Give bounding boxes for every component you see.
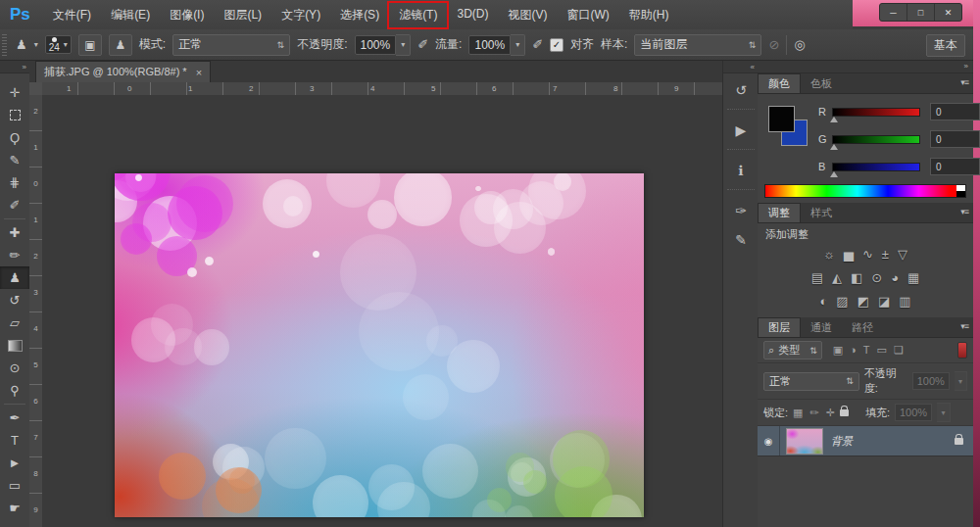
tab-channels[interactable]: 通道 bbox=[801, 318, 842, 337]
brush-preset-picker[interactable]: 24 ▾ bbox=[45, 35, 72, 54]
slider-thumb[interactable] bbox=[830, 144, 838, 150]
flow-input[interactable]: 100% bbox=[468, 35, 511, 55]
red-slider[interactable] bbox=[832, 108, 920, 117]
vertical-ruler[interactable]: 210123456789 bbox=[29, 95, 43, 527]
lock-position-icon[interactable]: ✛ bbox=[826, 407, 835, 419]
lock-transparency-icon[interactable]: ▦ bbox=[793, 407, 803, 419]
brightness-contrast-icon[interactable]: ☼ bbox=[823, 247, 835, 262]
channel-mixer-icon[interactable]: ◕ bbox=[891, 270, 899, 285]
path-selection-tool[interactable]: ► bbox=[0, 452, 29, 474]
close-button[interactable]: ✕ bbox=[935, 4, 961, 21]
filter-shape-layers-icon[interactable]: ▭ bbox=[877, 344, 887, 357]
hue-saturation-icon[interactable]: ▤ bbox=[811, 270, 823, 285]
layer-filter-toggle[interactable] bbox=[957, 342, 967, 359]
menu-edit[interactable]: 编辑(E) bbox=[101, 3, 160, 27]
black-swatch[interactable] bbox=[956, 191, 965, 197]
posterize-icon[interactable]: ▨ bbox=[836, 294, 848, 309]
maximize-button[interactable]: □ bbox=[907, 4, 935, 21]
toolbar-collapse-button[interactable]: » bbox=[0, 61, 29, 73]
history-panel-icon[interactable]: ↺ bbox=[726, 77, 756, 103]
menu-type[interactable]: 文字(Y) bbox=[271, 3, 330, 27]
eyedropper-tool[interactable]: ✐ bbox=[0, 194, 29, 216]
tab-swatches[interactable]: 色板 bbox=[801, 74, 842, 93]
info-panel-icon[interactable]: ℹ bbox=[726, 158, 756, 183]
menu-window[interactable]: 窗口(W) bbox=[557, 3, 618, 27]
lock-pixels-icon[interactable]: ✏ bbox=[809, 407, 818, 419]
blur-tool[interactable]: ⊙ bbox=[0, 357, 29, 379]
blue-slider[interactable] bbox=[832, 163, 920, 171]
options-grip[interactable] bbox=[2, 34, 7, 56]
dodge-tool[interactable]: ⚲ bbox=[0, 379, 29, 402]
layer-visibility-toggle[interactable]: ◉ bbox=[758, 426, 780, 455]
layer-fill-input[interactable]: 100% bbox=[895, 404, 932, 421]
align-checkbox[interactable]: ✓ bbox=[550, 38, 564, 52]
toggle-clone-source-panel-button[interactable]: ♟ bbox=[109, 34, 132, 56]
layer-filter-type-select[interactable]: ⌕ 类型 ⇅ bbox=[763, 341, 822, 359]
exposure-icon[interactable]: ± bbox=[882, 247, 889, 262]
layer-opacity-input[interactable]: 100% bbox=[912, 372, 950, 390]
hand-tool[interactable]: ☛ bbox=[0, 497, 29, 519]
brushes-panel-icon[interactable]: ✎ bbox=[726, 227, 756, 253]
filter-smart-objects-icon[interactable]: ❏ bbox=[894, 344, 904, 357]
panel-menu-icon[interactable]: ▾≡ bbox=[960, 321, 968, 331]
menu-select[interactable]: 选择(S) bbox=[330, 3, 389, 27]
quick-selection-tool[interactable]: ✎ bbox=[0, 149, 29, 171]
rectangle-tool[interactable]: ▭ bbox=[0, 474, 29, 497]
menu-image[interactable]: 图像(I) bbox=[160, 3, 214, 27]
ignore-adjustment-layers-icon[interactable]: ⊘ bbox=[768, 37, 779, 52]
move-tool[interactable]: ✛ bbox=[0, 81, 29, 104]
color-balance-icon[interactable]: ◭ bbox=[832, 270, 842, 285]
marquee-tool[interactable] bbox=[0, 104, 29, 126]
document-tab[interactable]: 捕获.JPG @ 100%(RGB/8#) * × bbox=[35, 61, 211, 82]
layers-empty-area[interactable] bbox=[758, 456, 973, 527]
color-lookup-icon[interactable]: ▦ bbox=[907, 270, 919, 285]
invert-icon[interactable]: ◐ bbox=[819, 294, 827, 309]
tab-close-icon[interactable]: × bbox=[196, 67, 202, 78]
filter-pixel-layers-icon[interactable]: ▣ bbox=[833, 344, 843, 357]
color-spectrum-ramp[interactable] bbox=[764, 184, 966, 198]
brush-presets-panel-icon[interactable]: ✑ bbox=[726, 198, 756, 223]
canvas-workspace[interactable] bbox=[42, 95, 722, 527]
menu-filter[interactable]: 滤镜(T) bbox=[389, 3, 447, 27]
opacity-input[interactable]: 100% bbox=[355, 35, 397, 55]
menu-view[interactable]: 视图(V) bbox=[498, 3, 557, 27]
eraser-tool[interactable]: ▱ bbox=[0, 311, 29, 334]
minimize-button[interactable]: ─ bbox=[880, 4, 907, 21]
panel-menu-icon[interactable]: ▾≡ bbox=[960, 77, 968, 87]
layer-thumbnail[interactable] bbox=[786, 428, 823, 455]
vibrance-icon[interactable]: ▽ bbox=[898, 247, 907, 262]
panel-menu-icon[interactable]: ▾≡ bbox=[960, 207, 968, 216]
slider-thumb[interactable] bbox=[830, 117, 838, 122]
selective-color-icon[interactable]: ▥ bbox=[899, 294, 910, 309]
tab-styles[interactable]: 样式 bbox=[801, 204, 842, 222]
brush-tool[interactable]: ✏ bbox=[0, 244, 29, 266]
gradient-tool[interactable] bbox=[0, 334, 29, 357]
pen-tool[interactable]: ✒ bbox=[0, 407, 29, 429]
tool-preset-caret-icon[interactable]: ▾ bbox=[34, 40, 38, 49]
tablet-opacity-icon[interactable]: ✐ bbox=[417, 37, 428, 52]
layer-blend-mode-select[interactable]: 正常 ⇅ bbox=[763, 372, 859, 391]
lock-all-icon[interactable] bbox=[840, 409, 849, 416]
blue-value-input[interactable]: 0 bbox=[930, 158, 980, 175]
menu-help[interactable]: 帮助(H) bbox=[619, 3, 679, 27]
tab-color[interactable]: 颜色 bbox=[758, 73, 801, 93]
blend-mode-select[interactable]: 正常 ⇅ bbox=[172, 34, 290, 56]
tablet-pressure-size-icon[interactable]: ◎ bbox=[794, 37, 805, 52]
clone-stamp-tool[interactable]: ♟ bbox=[0, 266, 29, 289]
background-layer-row[interactable]: ◉ 背景 bbox=[758, 426, 973, 456]
photo-filter-icon[interactable]: ⊙ bbox=[871, 270, 882, 285]
layer-fill-caret-icon[interactable]: ▾ bbox=[937, 403, 951, 422]
horizontal-ruler[interactable]: 101234567891011121314151617 bbox=[42, 82, 722, 96]
crop-tool[interactable]: ⋕ bbox=[0, 171, 29, 194]
dock-collapse-button[interactable]: » bbox=[758, 61, 973, 73]
tab-paths[interactable]: 路径 bbox=[842, 318, 883, 337]
red-value-input[interactable]: 0 bbox=[930, 103, 980, 120]
tab-layers[interactable]: 图层 bbox=[758, 317, 801, 337]
sample-select[interactable]: 当前图层 ⇅ bbox=[634, 34, 761, 56]
green-slider[interactable] bbox=[832, 135, 920, 144]
levels-icon[interactable]: ▅ bbox=[844, 247, 854, 262]
foreground-color-swatch[interactable] bbox=[768, 106, 795, 132]
document-canvas-image[interactable] bbox=[115, 173, 644, 517]
filter-adjustment-layers-icon[interactable]: ◑ bbox=[850, 344, 857, 357]
filter-type-layers-icon[interactable]: T bbox=[863, 344, 870, 357]
